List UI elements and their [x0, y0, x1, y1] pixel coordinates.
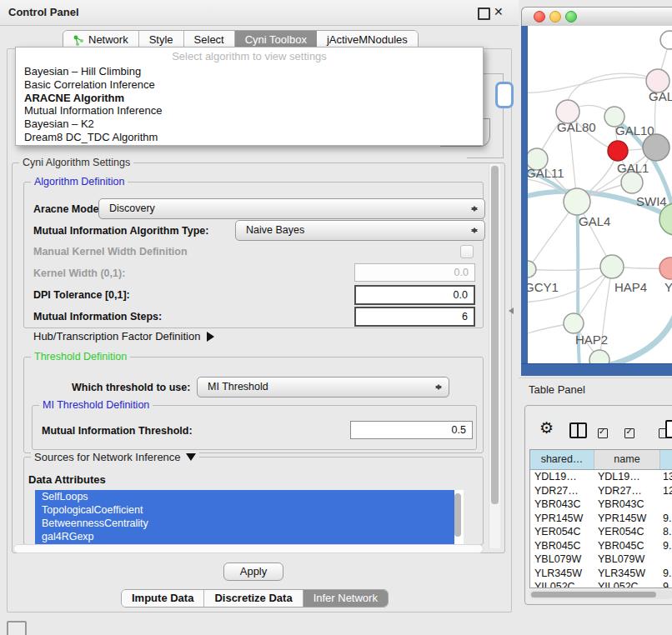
network-node[interactable] [659, 258, 672, 279]
table-row[interactable]: YIL052CYIL052C9. [530, 580, 672, 588]
table-row[interactable]: YDR27…YDR27…12 [530, 484, 672, 498]
float-window-icon[interactable] [478, 8, 490, 20]
dpi-tolerance-field[interactable]: 0.0 [354, 285, 475, 305]
list-item[interactable]: SelfLoops [35, 490, 454, 503]
table-cell[interactable]: YER054C [594, 525, 659, 539]
network-node[interactable] [643, 134, 669, 161]
table-cell[interactable]: YBL079W [594, 552, 659, 567]
dpi-tolerance-label: DPI Tolerance [0,1]: [33, 289, 130, 301]
which-threshold-value: MI Threshold [208, 381, 268, 392]
list-item[interactable]: TopologicalCoefficient [35, 503, 454, 517]
gear-icon[interactable]: ⚙ [539, 421, 554, 436]
table-cell[interactable]: 9. [659, 539, 672, 553]
table-cell[interactable]: YIL052C [530, 580, 594, 588]
dropdown-item-highlighted[interactable]: ARACNE Algorithm [16, 92, 483, 105]
minimize-traffic-light-icon[interactable] [549, 11, 561, 22]
table-cell[interactable]: YLR345W [594, 567, 659, 581]
aracne-mode-combo[interactable]: Discovery [98, 198, 485, 219]
checked-checkbox-icon[interactable] [624, 428, 634, 438]
table-cell[interactable]: YLR345W [530, 567, 594, 581]
table-cell[interactable]: YBL079W [530, 552, 594, 567]
table-hscrollbar-thumb[interactable] [531, 592, 656, 598]
table-row[interactable]: YPR145WYPR145W9. [530, 512, 672, 526]
apply-button[interactable]: Apply [223, 562, 283, 581]
table-cell[interactable]: 9. [659, 580, 672, 588]
table-cell[interactable]: YBR045C [594, 539, 659, 553]
algorithm-dropdown-popup: Select algorithm to view settings Bayesi… [15, 47, 484, 146]
dropdown-item[interactable]: Bayesian – Hill Climbing [16, 65, 483, 78]
table-row[interactable]: YER054CYER054C8. [530, 525, 672, 539]
close-traffic-light-icon[interactable] [534, 11, 545, 22]
column-header-shared-name[interactable]: shared… [530, 450, 594, 469]
table-cell[interactable]: YBR043C [530, 498, 594, 512]
mi-algorithm-type-combo[interactable]: Naive Bayes [235, 220, 485, 241]
network-node[interactable] [660, 31, 672, 49]
table-row[interactable]: YBR043CYBR043C [530, 498, 672, 512]
settings-scrollbar-thumb[interactable] [491, 166, 499, 504]
table-row[interactable]: YBL079WYBL079W [530, 552, 672, 567]
manual-kernel-width-checkbox[interactable] [460, 245, 474, 258]
table-cell[interactable]: YDR27… [530, 484, 594, 498]
table-cell[interactable]: 12 [659, 484, 672, 498]
tab-impute-data[interactable]: Impute Data [122, 590, 204, 607]
table-cell[interactable]: YDR27… [594, 484, 659, 498]
table-cell[interactable]: YIL052C [594, 580, 659, 588]
dropdown-item[interactable]: Mutual Information Inference [16, 104, 483, 118]
hub-definition-toggle[interactable]: Hub/Transcription Factor Definition [33, 330, 219, 342]
table-row[interactable]: YLR345WYLR345W9. [530, 567, 672, 581]
sources-group-title[interactable]: Sources for Network Inference [31, 451, 199, 466]
column-header-clipped[interactable]: A [660, 450, 672, 469]
split-columns-icon[interactable] [569, 422, 587, 438]
table-row[interactable]: YDL19…YDL19…13 [530, 470, 672, 484]
network-node[interactable] [528, 261, 536, 278]
network-node[interactable] [564, 313, 584, 333]
close-icon[interactable]: ✕ [494, 5, 504, 18]
network-node-label: GCY1 [528, 280, 559, 294]
settings-scrollbar-track[interactable] [489, 164, 500, 548]
table-cell[interactable]: YPR145W [594, 512, 659, 526]
minimized-panel-icon[interactable] [7, 621, 27, 635]
table-hscrollbar-track[interactable] [529, 590, 672, 599]
kernel-width-field[interactable]: 0.0 [354, 263, 475, 282]
dropdown-item[interactable]: Basic Correlation Inference [16, 78, 483, 92]
data-attributes-list[interactable]: SelfLoops TopologicalCoefficient Between… [35, 490, 464, 545]
tab-discretize-data[interactable]: Discretize Data [204, 590, 303, 607]
list-item[interactable]: gal4RGexp [35, 530, 454, 543]
table-cell[interactable]: 9. [659, 567, 672, 581]
table-cell[interactable]: YDL19… [594, 470, 659, 484]
table-cell[interactable]: 8. [659, 525, 672, 539]
list-item[interactable]: BetweennessCentrality [35, 517, 454, 530]
network-node[interactable] [600, 255, 624, 278]
network-node[interactable] [564, 188, 590, 215]
mi-threshold-field[interactable]: 0.5 [350, 421, 473, 439]
table-cell[interactable]: 13 [659, 470, 672, 484]
table-row[interactable]: YBR045CYBR045C9. [530, 539, 672, 553]
tab-infer-network-label: Infer Network [313, 590, 378, 607]
attributes-scrollbar-thumb[interactable] [454, 493, 461, 537]
column-header-name[interactable]: name [594, 450, 660, 469]
zoom-traffic-light-icon[interactable] [565, 11, 577, 22]
dropdown-item[interactable]: Dream8 DC_TDC Algorithm [16, 131, 483, 144]
network-node[interactable] [589, 350, 609, 363]
table-cell[interactable] [659, 498, 672, 512]
checked-checkbox-icon[interactable] [598, 428, 608, 438]
panel-collapse-arrow[interactable] [505, 308, 514, 314]
network-canvas[interactable]: GALGAL80GAL10GAL11GAL1SWI4GAL4GCY1HAP4YH… [528, 26, 672, 363]
table-header-row: shared… name A [530, 450, 672, 470]
table-cell[interactable]: YER054C [530, 525, 594, 539]
dropdown-item[interactable]: Bayesian – K2 [16, 118, 483, 131]
focused-combo-fragment[interactable] [495, 82, 514, 108]
table-cell[interactable] [659, 552, 672, 567]
table-cell[interactable]: YBR043C [594, 498, 659, 512]
combo-arrows-icon [470, 202, 477, 215]
which-threshold-combo[interactable]: MI Threshold [197, 377, 449, 398]
mi-steps-field[interactable]: 6 [354, 307, 475, 327]
tab-infer-network[interactable]: Infer Network [303, 590, 388, 607]
table-cell[interactable]: 9. [659, 512, 672, 526]
settings-hscrollbar[interactable] [13, 544, 484, 553]
network-node[interactable] [608, 141, 628, 161]
document-icon[interactable] [665, 420, 672, 438]
table-cell[interactable]: YBR045C [530, 539, 594, 553]
table-cell[interactable]: YPR145W [530, 512, 594, 526]
table-cell[interactable]: YDL19… [530, 470, 594, 484]
